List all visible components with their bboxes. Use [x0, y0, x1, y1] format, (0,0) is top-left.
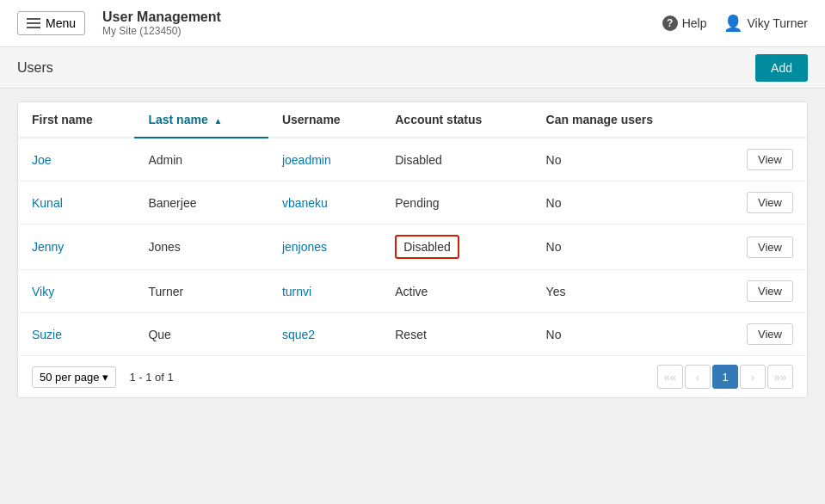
table-row: JoeAdminjoeadminDisabledNoView — [18, 138, 807, 181]
menu-label: Menu — [46, 16, 76, 30]
cell-account-status: Disabled — [381, 138, 532, 181]
per-page-label: 50 per page — [40, 371, 99, 384]
table-row: KunalBanerjeevbanekuPendingNoView — [18, 181, 807, 224]
cell-last-name: Admin — [134, 138, 268, 181]
per-page-chevron-icon: ▾ — [102, 371, 108, 384]
user-name: Viky Turner — [747, 16, 808, 30]
cell-account-status: Reset — [381, 313, 532, 356]
cell-last-name: Banerjee — [134, 181, 268, 224]
col-account-status: Account status — [381, 102, 532, 138]
cell-last-name: Turner — [134, 270, 268, 313]
view-button[interactable]: View — [747, 280, 793, 302]
toolbar: Users Add — [0, 47, 825, 89]
first-page-icon: «« — [664, 371, 676, 384]
site-subtitle: My Site (123450) — [102, 25, 221, 37]
user-icon: 👤 — [723, 14, 742, 33]
col-first-name: First name — [18, 102, 134, 138]
table-row: JennyJonesjenjonesDisabledNoView — [18, 224, 807, 270]
help-label: Help — [682, 16, 707, 30]
cell-first-name: Joe — [18, 138, 134, 181]
col-last-name[interactable]: Last name ▲ — [134, 102, 268, 138]
cell-actions: View — [710, 313, 807, 356]
table-row: SuzieQuesque2ResetNoView — [18, 313, 807, 356]
help-icon: ? — [662, 15, 678, 31]
cell-can-manage: Yes — [533, 270, 710, 313]
view-button[interactable]: View — [747, 149, 793, 170]
main-content: First name Last name ▲ Username Account … — [0, 89, 825, 504]
cell-username: turnvi — [268, 270, 381, 313]
user-menu[interactable]: 👤 Viky Turner — [723, 14, 808, 33]
highlighted-status: Disabled — [395, 235, 459, 259]
header-title: User Management My Site (123450) — [102, 9, 221, 37]
per-page-select[interactable]: 50 per page ▾ — [32, 366, 116, 388]
cell-can-manage: No — [533, 313, 710, 356]
cell-actions: View — [710, 181, 807, 224]
cell-account-status: Disabled — [381, 224, 532, 270]
cell-can-manage: No — [533, 181, 710, 224]
cell-username: joeadmin — [268, 138, 381, 181]
last-page-icon: »» — [774, 371, 786, 384]
user-table: First name Last name ▲ Username Account … — [18, 102, 807, 355]
cell-actions: View — [710, 138, 807, 181]
last-page-button[interactable]: »» — [767, 365, 793, 389]
cell-username: vbaneku — [268, 181, 381, 224]
header-left: Menu User Management My Site (123450) — [17, 9, 221, 37]
cell-actions: View — [710, 224, 807, 270]
header: Menu User Management My Site (123450) ? … — [0, 0, 825, 47]
add-button[interactable]: Add — [755, 54, 808, 82]
col-actions — [710, 102, 807, 138]
table-row: VikyTurnerturnviActiveYesView — [18, 270, 807, 313]
cell-account-status: Active — [381, 270, 532, 313]
view-button[interactable]: View — [747, 237, 793, 258]
cell-actions: View — [710, 270, 807, 313]
app-title: User Management — [102, 9, 221, 25]
cell-can-manage: No — [533, 224, 710, 270]
page-title: Users — [17, 60, 53, 76]
table-body: JoeAdminjoeadminDisabledNoViewKunalBaner… — [18, 138, 807, 355]
cell-username: jenjones — [268, 224, 381, 270]
sort-arrow-icon: ▲ — [214, 116, 223, 126]
prev-page-icon: ‹ — [696, 371, 699, 384]
view-button[interactable]: View — [747, 192, 793, 213]
col-can-manage: Can manage users — [533, 102, 710, 138]
cell-first-name: Jenny — [18, 224, 134, 270]
cell-last-name: Que — [134, 313, 268, 356]
page-1-label: 1 — [722, 371, 728, 384]
first-page-button[interactable]: «« — [657, 365, 683, 389]
cell-first-name: Suzie — [18, 313, 134, 356]
user-table-container: First name Last name ▲ Username Account … — [17, 101, 808, 398]
header-right: ? Help 👤 Viky Turner — [662, 14, 808, 33]
footer-left: 50 per page ▾ 1 - 1 of 1 — [32, 366, 174, 388]
cell-account-status: Pending — [381, 181, 532, 224]
cell-last-name: Jones — [134, 224, 268, 270]
cell-first-name: Viky — [18, 270, 134, 313]
hamburger-icon — [27, 18, 40, 28]
next-page-button[interactable]: › — [740, 365, 766, 389]
prev-page-button[interactable]: ‹ — [685, 365, 711, 389]
page-1-button[interactable]: 1 — [712, 365, 738, 389]
view-button[interactable]: View — [747, 323, 793, 345]
pagination: «« ‹ 1 › »» — [657, 365, 793, 389]
col-username: Username — [268, 102, 381, 138]
cell-username: sque2 — [268, 313, 381, 356]
next-page-icon: › — [751, 371, 754, 384]
help-link[interactable]: ? Help — [662, 15, 707, 31]
cell-can-manage: No — [533, 138, 710, 181]
menu-button[interactable]: Menu — [17, 11, 85, 35]
table-footer: 50 per page ▾ 1 - 1 of 1 «« ‹ 1 › — [18, 355, 807, 397]
table-header: First name Last name ▲ Username Account … — [18, 102, 807, 138]
page-info: 1 - 1 of 1 — [129, 371, 173, 384]
cell-first-name: Kunal — [18, 181, 134, 224]
